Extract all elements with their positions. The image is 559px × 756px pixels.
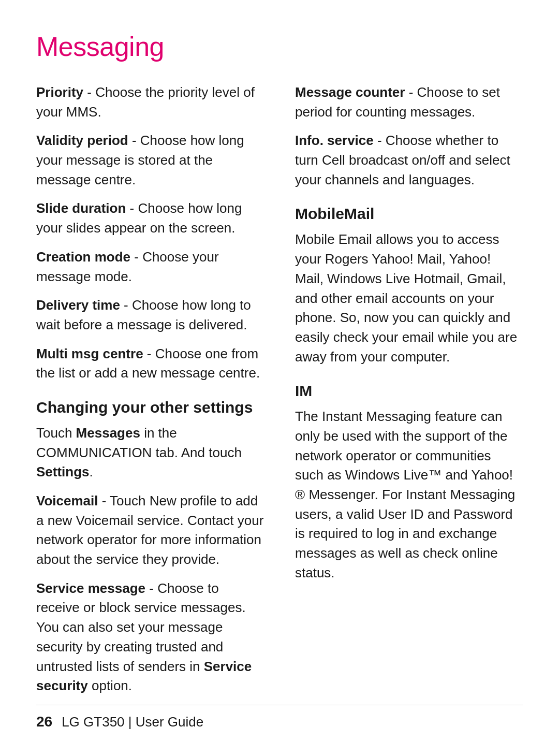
two-column-layout: Priority - Choose the priority level of … bbox=[36, 83, 523, 705]
im-para: The Instant Messaging feature can only b… bbox=[295, 407, 523, 583]
mobilemail-heading: MobileMail bbox=[295, 205, 523, 223]
multi-msg-bold: Multi msg centre bbox=[36, 346, 143, 361]
multi-msg-para: Multi msg centre - Choose one from the l… bbox=[36, 344, 264, 383]
priority-bold: Priority bbox=[36, 84, 83, 100]
service-message-para: Service message - Choose to receive or b… bbox=[36, 579, 264, 696]
service-message-bold: Service message bbox=[36, 580, 145, 596]
message-counter-bold: Message counter bbox=[295, 84, 405, 100]
creation-mode-bold: Creation mode bbox=[36, 249, 130, 265]
creation-mode-para: Creation mode - Choose your message mode… bbox=[36, 248, 264, 286]
priority-para: Priority - Choose the priority level of … bbox=[36, 83, 264, 122]
delivery-time-para: Delivery time - Choose how long to wait … bbox=[36, 296, 264, 335]
slide-duration-bold: Slide duration bbox=[36, 200, 126, 216]
footer-page-number: 26 bbox=[36, 714, 52, 730]
im-heading: IM bbox=[295, 382, 523, 400]
left-column: Priority - Choose the priority level of … bbox=[36, 83, 264, 705]
validity-para: Validity period - Choose how long your m… bbox=[36, 131, 264, 190]
changing-settings-intro: Touch Messages in the COMMUNICATION tab.… bbox=[36, 424, 264, 482]
footer-label: LG GT350 | User Guide bbox=[62, 714, 203, 730]
settings-end: . bbox=[90, 464, 93, 479]
info-service-para: Info. service - Choose whether to turn C… bbox=[295, 131, 523, 190]
page-title: Messaging bbox=[36, 31, 523, 62]
info-service-bold: Info. service bbox=[295, 133, 374, 148]
messages-bold: Messages bbox=[76, 425, 140, 441]
footer: 26 LG GT350 | User Guide bbox=[36, 705, 523, 730]
message-counter-para: Message counter - Choose to set period f… bbox=[295, 83, 523, 122]
changing-intro-text: Touch bbox=[36, 425, 76, 441]
voicemail-para: Voicemail - Touch New profile to add a n… bbox=[36, 491, 264, 570]
settings-bold: Settings bbox=[36, 464, 90, 479]
right-column: Message counter - Choose to set period f… bbox=[295, 83, 523, 705]
validity-bold: Validity period bbox=[36, 133, 128, 148]
delivery-time-bold: Delivery time bbox=[36, 297, 120, 313]
mobilemail-para: Mobile Email allows you to access your R… bbox=[295, 230, 523, 367]
page: Messaging Priority - Choose the priority… bbox=[0, 0, 559, 756]
changing-settings-heading: Changing your other settings bbox=[36, 399, 264, 416]
voicemail-bold: Voicemail bbox=[36, 493, 98, 508]
service-message-end: option. bbox=[88, 678, 132, 693]
slide-duration-para: Slide duration - Choose how long your sl… bbox=[36, 199, 264, 238]
